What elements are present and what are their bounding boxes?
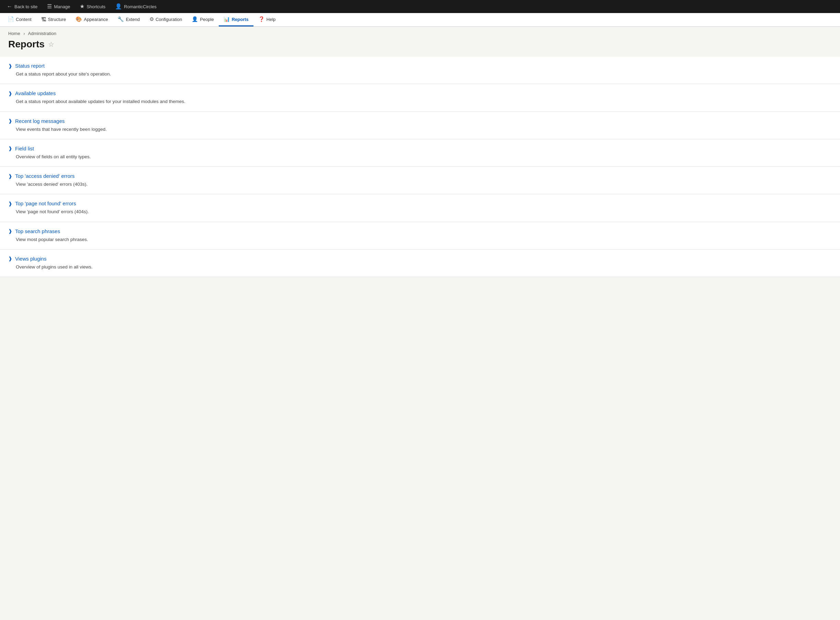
nav-structure[interactable]: 🏗 Structure xyxy=(36,13,71,26)
report-title-row: ❱ Views plugins xyxy=(8,256,832,262)
recent-log-messages-desc: View events that have recently been logg… xyxy=(8,126,832,133)
configuration-icon: ⚙ xyxy=(149,16,154,22)
breadcrumb-home[interactable]: Home xyxy=(8,31,20,36)
star-toolbar-icon: ★ xyxy=(80,4,84,9)
back-arrow-icon: ← xyxy=(7,4,12,9)
recent-log-messages-link[interactable]: Recent log messages xyxy=(15,118,65,124)
back-to-site-link[interactable]: ← Back to site xyxy=(3,0,42,13)
admin-toolbar: ← Back to site ☰ Manage ★ Shortcuts 👤 Ro… xyxy=(0,0,840,13)
report-field-list: ❱ Field list Overview of fields on all e… xyxy=(0,139,840,167)
nav-reports-label: Reports xyxy=(232,17,248,22)
report-recent-log-messages: ❱ Recent log messages View events that h… xyxy=(0,112,840,139)
top-search-phrases-link[interactable]: Top search phrases xyxy=(15,228,60,234)
nav-configuration-label: Configuration xyxy=(155,17,182,22)
content-icon: 📄 xyxy=(8,16,14,22)
reports-icon: 📊 xyxy=(224,16,230,22)
report-title-row: ❱ Available updates xyxy=(8,90,832,96)
top-page-not-found-link[interactable]: Top 'page not found' errors xyxy=(15,200,76,206)
report-title-row: ❱ Field list xyxy=(8,146,832,151)
user-icon: 👤 xyxy=(115,4,122,9)
manage-label: Manage xyxy=(54,4,70,9)
nav-appearance[interactable]: 🎨 Appearance xyxy=(71,13,113,26)
nav-structure-label: Structure xyxy=(48,17,66,22)
top-access-denied-link[interactable]: Top 'access denied' errors xyxy=(15,173,75,179)
manage-link[interactable]: ☰ Manage xyxy=(43,0,74,13)
report-title-row: ❱ Top 'access denied' errors xyxy=(8,173,832,179)
content-area: ❱ Status report Get a status report abou… xyxy=(0,57,840,277)
report-top-access-denied: ❱ Top 'access denied' errors View 'acces… xyxy=(0,167,840,194)
chevron-right-icon: ❱ xyxy=(8,256,12,261)
field-list-link[interactable]: Field list xyxy=(15,146,34,151)
top-access-denied-desc: View 'access denied' errors (403s). xyxy=(8,181,832,188)
user-label: RomanticCircles xyxy=(124,4,157,9)
nav-extend[interactable]: 🔧 Extend xyxy=(113,13,144,26)
shortcuts-link[interactable]: ★ Shortcuts xyxy=(75,0,110,13)
nav-configuration[interactable]: ⚙ Configuration xyxy=(145,13,187,26)
nav-appearance-label: Appearance xyxy=(84,17,108,22)
views-plugins-desc: Overview of plugins used in all views. xyxy=(8,264,832,271)
structure-icon: 🏗 xyxy=(41,17,47,22)
extend-icon: 🔧 xyxy=(117,16,124,22)
nav-extend-label: Extend xyxy=(126,17,139,22)
report-top-page-not-found: ❱ Top 'page not found' errors View 'page… xyxy=(0,194,840,222)
back-to-site-label: Back to site xyxy=(14,4,38,9)
favorite-star-icon[interactable]: ☆ xyxy=(48,40,54,48)
nav-content-label: Content xyxy=(16,17,32,22)
nav-people-label: People xyxy=(200,17,214,22)
nav-people[interactable]: 👤 People xyxy=(187,13,218,26)
status-report-desc: Get a status report about your site's op… xyxy=(8,71,832,78)
report-title-row: ❱ Top search phrases xyxy=(8,228,832,234)
breadcrumb: Home › Administration xyxy=(0,27,840,38)
appearance-icon: 🎨 xyxy=(75,16,82,22)
top-search-phrases-desc: View most popular search phrases. xyxy=(8,236,832,243)
chevron-right-icon: ❱ xyxy=(8,173,12,179)
report-title-row: ❱ Top 'page not found' errors xyxy=(8,200,832,206)
nav-help[interactable]: ❓ Help xyxy=(253,13,281,26)
top-page-not-found-desc: View 'page not found' errors (404s). xyxy=(8,208,832,215)
nav-reports[interactable]: 📊 Reports xyxy=(219,13,253,26)
chevron-right-icon: ❱ xyxy=(8,63,12,69)
chevron-right-icon: ❱ xyxy=(8,90,12,96)
nav-content[interactable]: 📄 Content xyxy=(3,13,36,26)
page-title: Reports xyxy=(8,39,45,50)
manage-icon: ☰ xyxy=(47,4,52,9)
chevron-right-icon: ❱ xyxy=(8,146,12,151)
breadcrumb-admin: Administration xyxy=(28,31,56,36)
report-top-search-phrases: ❱ Top search phrases View most popular s… xyxy=(0,222,840,250)
field-list-desc: Overview of fields on all entity types. xyxy=(8,153,832,160)
report-available-updates: ❱ Available updates Get a status report … xyxy=(0,84,840,111)
page-header: Reports ☆ xyxy=(0,38,840,57)
available-updates-desc: Get a status report about available upda… xyxy=(8,98,832,105)
report-views-plugins: ❱ Views plugins Overview of plugins used… xyxy=(0,250,840,277)
chevron-right-icon: ❱ xyxy=(8,201,12,206)
breadcrumb-separator: › xyxy=(23,31,25,36)
available-updates-link[interactable]: Available updates xyxy=(15,90,56,96)
people-icon: 👤 xyxy=(192,16,198,22)
chevron-right-icon: ❱ xyxy=(8,228,12,234)
main-nav: 📄 Content 🏗 Structure 🎨 Appearance 🔧 Ext… xyxy=(0,13,840,27)
shortcuts-label: Shortcuts xyxy=(87,4,105,9)
status-report-link[interactable]: Status report xyxy=(15,63,45,69)
help-icon: ❓ xyxy=(258,16,265,22)
report-status-report: ❱ Status report Get a status report abou… xyxy=(0,57,840,84)
chevron-right-icon: ❱ xyxy=(8,118,12,123)
nav-help-label: Help xyxy=(266,17,276,22)
views-plugins-link[interactable]: Views plugins xyxy=(15,256,47,262)
user-link[interactable]: 👤 RomanticCircles xyxy=(111,0,161,13)
report-title-row: ❱ Recent log messages xyxy=(8,118,832,124)
report-title-row: ❱ Status report xyxy=(8,63,832,69)
